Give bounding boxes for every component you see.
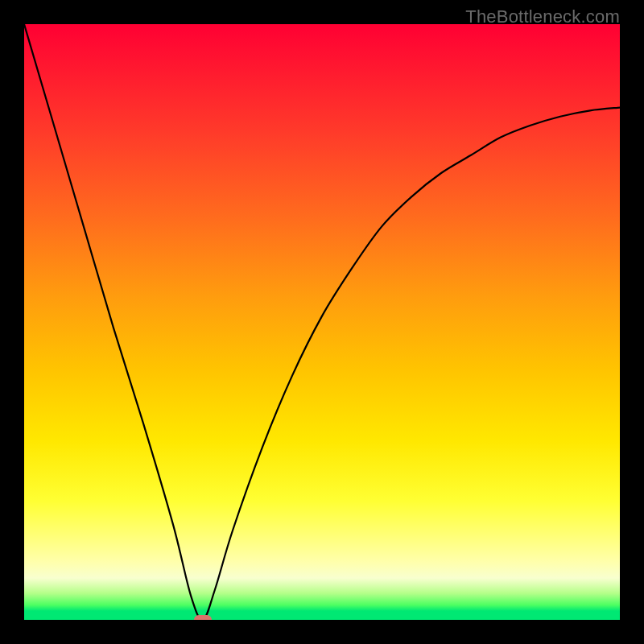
chart-frame: TheBottleneck.com (0, 0, 644, 644)
watermark-text: TheBottleneck.com (465, 6, 620, 27)
bottleneck-curve (24, 24, 620, 620)
plot-area (24, 24, 620, 620)
minimum-marker (194, 615, 212, 620)
